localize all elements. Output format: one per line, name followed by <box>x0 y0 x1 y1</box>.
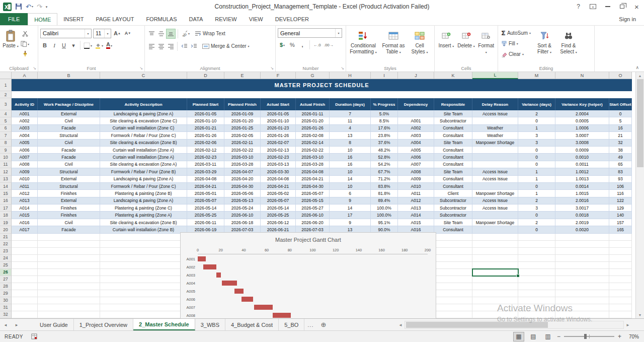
row-header-25[interactable]: 25 <box>0 262 12 269</box>
ribbon-display-options-button[interactable]: ▴ <box>586 0 600 13</box>
cell-N26[interactable] <box>555 269 609 276</box>
cell-M29[interactable] <box>518 290 555 297</box>
page-break-view-button[interactable]: ▥ <box>542 332 553 341</box>
cell-G8[interactable]: 2026-02-14 <box>296 140 330 147</box>
cell-F18[interactable]: 2026-05-25 <box>261 212 296 219</box>
cell-O12[interactable]: 83 <box>609 168 632 175</box>
cell-M16[interactable]: 2 <box>518 197 555 204</box>
cell-O7[interactable]: 21 <box>609 132 632 139</box>
cell-N24[interactable] <box>555 255 609 262</box>
cell-C23[interactable] <box>100 248 187 255</box>
cell-N8[interactable]: 3.0008 <box>555 140 609 147</box>
cell-M17[interactable]: 3 <box>518 204 555 212</box>
vertical-scrollbar[interactable]: ▲ ▼ <box>635 72 644 318</box>
cell-I14[interactable]: 83.8% <box>371 183 398 190</box>
cell-M31[interactable] <box>518 304 555 311</box>
cell-A28[interactable] <box>12 283 38 290</box>
restore-button[interactable] <box>615 0 629 13</box>
top-align-button[interactable] <box>147 29 156 39</box>
cell-O17[interactable]: 129 <box>609 204 632 212</box>
borders-button[interactable]: ▾ <box>83 40 93 50</box>
cell-M23[interactable] <box>518 248 555 255</box>
cell-L8[interactable]: Manpower Shortage <box>472 140 518 147</box>
cell-H13[interactable]: 14 <box>330 176 371 183</box>
cell-K19[interactable]: Site Team <box>434 219 472 226</box>
cell-D8[interactable]: 2026-02-06 <box>187 140 224 147</box>
cell-O14[interactable]: 106 <box>609 183 632 190</box>
cell-D13[interactable]: 2026-04-08 <box>187 176 224 183</box>
sheet-nav-left-arrow[interactable]: ◂ <box>0 319 11 330</box>
cell-O11[interactable]: 65 <box>609 161 632 168</box>
cell-K20[interactable]: Consultant <box>434 226 472 233</box>
cell-L27[interactable] <box>472 276 518 283</box>
cell-C8[interactable]: Site clearing & excavation (Zone B) <box>100 140 187 147</box>
cell-J10[interactable]: A006 <box>398 154 434 161</box>
cell-C12[interactable]: Formwork / Rebar / Pour (Zone B) <box>100 168 187 175</box>
cell-N10[interactable]: 0.0010 <box>555 154 609 161</box>
cell-N32[interactable] <box>555 311 609 318</box>
cell-M19[interactable]: 2 <box>518 219 555 226</box>
ribbon-tab-view[interactable]: VIEW <box>243 13 269 25</box>
cell-M21[interactable] <box>518 234 555 241</box>
row-header-17[interactable]: 17 <box>0 204 12 212</box>
cell-B7[interactable]: Structural <box>38 132 100 139</box>
clipboard-dialog-launcher[interactable]: ↘ <box>33 66 36 71</box>
ribbon-tab-developer[interactable]: DEVELOPER <box>269 13 315 25</box>
cell-A6[interactable]: A003 <box>12 125 38 132</box>
cell-O4[interactable]: 0 <box>609 110 632 117</box>
sort-filter-button[interactable]: Sort & Filter ▾ <box>532 27 556 57</box>
row-header-12[interactable]: 12 <box>0 168 12 175</box>
cell-O32[interactable] <box>609 311 632 318</box>
cell-L17[interactable]: Access Issue <box>472 204 518 212</box>
cell-K4[interactable]: Site Team <box>434 110 472 117</box>
cell-D5[interactable]: 2026-01-10 <box>187 117 224 124</box>
cell-N19[interactable]: 2.0019 <box>555 219 609 226</box>
row-header-16[interactable]: 16 <box>0 197 12 204</box>
cell-K31[interactable] <box>434 304 472 311</box>
cell-O10[interactable]: 49 <box>609 154 632 161</box>
column-header-C[interactable]: C <box>100 72 187 79</box>
cell-M28[interactable] <box>518 283 555 290</box>
cell-J7[interactable]: A003 <box>398 132 434 139</box>
vscroll-thumb[interactable] <box>637 79 643 167</box>
cell-B17[interactable]: Finishes <box>38 204 100 212</box>
cell-K10[interactable]: Consultant <box>434 154 472 161</box>
cell-H19[interactable]: 9 <box>330 219 371 226</box>
row-header-4[interactable]: 4 <box>0 110 12 117</box>
cell-L15[interactable]: Manpower Shortage <box>472 190 518 197</box>
cell-M8[interactable]: 3 <box>518 140 555 147</box>
cell-K21[interactable] <box>434 234 472 241</box>
customize-quick-access-icon[interactable]: ▾ <box>46 4 48 10</box>
cell-M6[interactable]: 1 <box>518 125 555 132</box>
cell-K12[interactable]: Site Team <box>434 168 472 175</box>
cell-K28[interactable] <box>434 283 472 290</box>
cell-G18[interactable]: 2026-06-10 <box>296 212 330 219</box>
cell-E11[interactable]: 2026-03-28 <box>224 161 261 168</box>
fill-color-button[interactable]: ▾ <box>94 40 104 50</box>
cell-C25[interactable] <box>100 262 187 269</box>
row-header-23[interactable]: 23 <box>0 248 12 255</box>
cell-C4[interactable]: Landscaping & paving (Zone A) <box>100 110 187 117</box>
cell-K7[interactable]: Consultant <box>434 132 472 139</box>
cell-H6[interactable]: 4 <box>330 125 371 132</box>
cell-C31[interactable] <box>100 304 187 311</box>
cell-H15[interactable]: 6 <box>330 190 371 197</box>
hscroll-right-arrow[interactable]: ► <box>624 323 632 327</box>
cell-H9[interactable]: 10 <box>330 147 371 154</box>
cell-C30[interactable] <box>100 297 187 304</box>
cell-I6[interactable]: 17.6% <box>371 125 398 132</box>
cell-I18[interactable]: 100.0% <box>371 212 398 219</box>
accounting-format-button[interactable]: $▾ <box>278 40 287 50</box>
cell-N13[interactable]: 1.0013 <box>555 176 609 183</box>
cell-L21[interactable] <box>472 234 518 241</box>
cell-M13[interactable]: 1 <box>518 176 555 183</box>
cell-F13[interactable]: 2026-04-08 <box>261 176 296 183</box>
cell-E16[interactable]: 2026-05-13 <box>224 197 261 204</box>
cell-C6[interactable]: Curtain wall installation (Zone C) <box>100 125 187 132</box>
cell-C21[interactable] <box>100 234 187 241</box>
cell-F19[interactable]: 2026-06-12 <box>261 219 296 226</box>
cell-B28[interactable] <box>38 283 100 290</box>
copy-button[interactable]: ▾ <box>20 39 30 49</box>
cell-I5[interactable]: 8.5% <box>371 117 398 124</box>
cell-L9[interactable] <box>472 147 518 154</box>
